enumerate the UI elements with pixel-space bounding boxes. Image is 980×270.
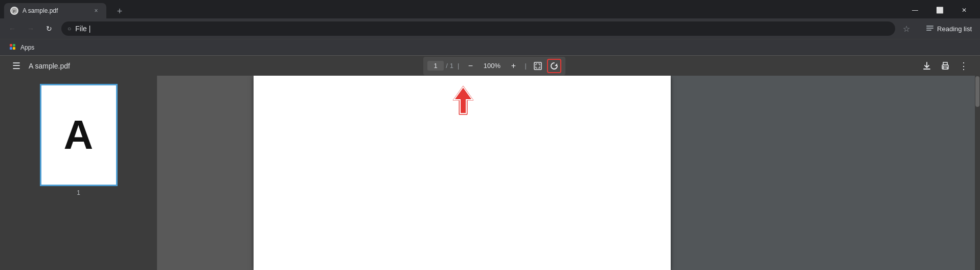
bookmarks-bar: Apps [0, 39, 980, 55]
thumbnail-letter: A [64, 111, 94, 159]
address-icon: ○ [67, 25, 71, 32]
new-tab-button[interactable]: + [112, 4, 127, 18]
svg-text:P: P [13, 9, 15, 14]
address-text: File | [75, 25, 889, 33]
back-button[interactable]: ← [4, 20, 20, 37]
scrollbar[interactable] [975, 76, 980, 270]
zoom-level: 100% [480, 62, 504, 70]
rotate-button[interactable] [547, 59, 561, 73]
apps-bookmark[interactable]: Apps [5, 41, 38, 54]
more-options-button[interactable]: ⋮ [955, 58, 972, 74]
pdf-right-controls: ⋮ [919, 58, 972, 74]
pdf-menu-button[interactable]: ☰ [8, 58, 25, 74]
print-button[interactable] [937, 58, 953, 74]
browser-tab[interactable]: P A sample.pdf × [4, 3, 106, 18]
thumbnail-page-image: A [40, 84, 118, 186]
pdf-content-area: A 1 [0, 76, 980, 270]
address-bar[interactable]: ○ File | [61, 21, 895, 36]
page-total: 1 [450, 62, 453, 70]
svg-rect-5 [10, 44, 12, 47]
svg-rect-22 [943, 67, 947, 69]
fit-divider: | [525, 62, 526, 70]
pdf-title: A sample.pdf [29, 62, 70, 70]
svg-rect-7 [10, 47, 12, 50]
svg-rect-2 [926, 26, 933, 27]
svg-marker-18 [555, 63, 557, 66]
zoom-divider: | [458, 62, 459, 70]
minimize-button[interactable]: — [903, 2, 927, 18]
print-icon [940, 61, 950, 71]
tab-favicon: P [10, 7, 18, 15]
zoom-decrease-button[interactable]: − [463, 59, 477, 73]
svg-rect-21 [943, 62, 947, 65]
navigation-toolbar: ← → ↻ ○ File | ☆ Reading list [0, 18, 980, 39]
apps-label: Apps [20, 44, 34, 51]
svg-point-23 [943, 66, 944, 67]
apps-icon [9, 43, 17, 52]
reading-list-label: Reading list [937, 25, 972, 33]
download-icon [922, 61, 932, 71]
svg-rect-3 [926, 28, 933, 29]
svg-rect-9 [534, 62, 541, 70]
tab-close-button[interactable]: × [92, 7, 100, 15]
download-button[interactable] [919, 58, 935, 74]
page-separator: / [446, 62, 448, 70]
thumbnail-page-number: 1 [77, 189, 80, 196]
reading-list-button[interactable]: Reading list [922, 22, 976, 35]
page-number-input[interactable] [427, 61, 444, 71]
pdf-toolbar: ☰ A sample.pdf / 1 | − 100% + | [0, 55, 980, 76]
thumbnail-sidebar: A 1 [0, 76, 157, 270]
tab-title: A sample.pdf [22, 7, 88, 14]
window-controls: — ⬜ ✕ [903, 2, 976, 18]
refresh-button[interactable]: ↻ [41, 20, 57, 37]
pdf-page [254, 76, 671, 270]
rotate-icon [550, 62, 558, 70]
forward-button[interactable]: → [22, 20, 39, 37]
pdf-page-controls: / 1 | − 100% + | [423, 57, 565, 75]
svg-rect-4 [926, 30, 931, 31]
pdf-viewer: ☰ A sample.pdf / 1 | − 100% + | [0, 55, 980, 270]
svg-rect-8 [13, 47, 15, 50]
svg-rect-6 [13, 44, 15, 47]
bookmark-button[interactable]: ☆ [899, 21, 914, 36]
reading-list-icon [926, 25, 934, 33]
close-button[interactable]: ✕ [952, 2, 976, 18]
scrollbar-thumb[interactable] [975, 76, 979, 107]
maximize-button[interactable]: ⬜ [928, 2, 951, 18]
fit-page-icon [533, 61, 542, 71]
thumbnail-page-1[interactable]: A 1 [40, 84, 118, 196]
fit-page-button[interactable] [531, 59, 545, 73]
zoom-increase-button[interactable]: + [506, 59, 520, 73]
